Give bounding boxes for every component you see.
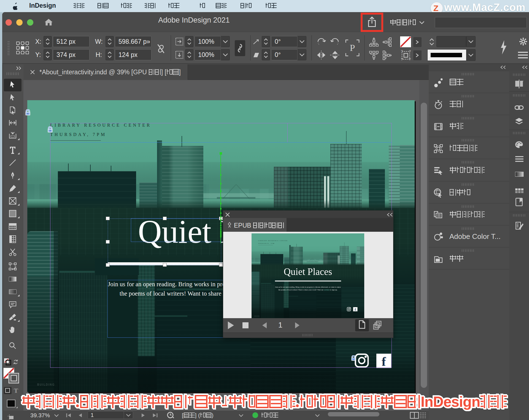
- svg-text:P: P: [350, 43, 355, 53]
- svg-text:?: ?: [401, 49, 403, 53]
- svg-text:?: ?: [409, 57, 411, 61]
- svg-text:?: ?: [401, 57, 403, 61]
- svg-text:?: ?: [409, 49, 411, 53]
